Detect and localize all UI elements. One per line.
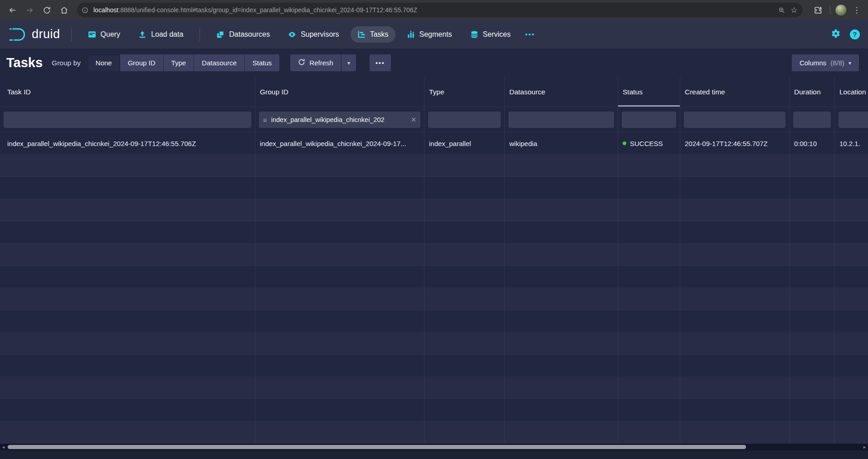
navbar-right: ? bbox=[831, 29, 860, 40]
table-cell-empty bbox=[680, 332, 790, 354]
table-cell-empty bbox=[618, 399, 680, 421]
horizontal-scrollbar[interactable]: ◂ ▸ bbox=[0, 444, 868, 450]
table-row-empty bbox=[0, 221, 868, 244]
table-cell-empty bbox=[505, 399, 618, 421]
druid-console-window: localhost:8888/unified-console.html#task… bbox=[0, 0, 868, 459]
filter-clear-icon[interactable]: ✕ bbox=[411, 116, 416, 123]
browser-back-button[interactable] bbox=[5, 2, 20, 18]
table-row-empty bbox=[0, 199, 868, 221]
gantt-icon bbox=[357, 30, 366, 39]
zoom-icon[interactable] bbox=[775, 4, 787, 16]
table-cell-empty bbox=[835, 377, 868, 399]
nav-item-segments[interactable]: Segments bbox=[400, 26, 459, 43]
filter-input-duration[interactable] bbox=[793, 112, 831, 128]
browser-home-button[interactable] bbox=[56, 2, 72, 18]
table-header-row: Task ID Group ID Type Datasource Status … bbox=[0, 77, 868, 107]
group-by-label: Group by bbox=[52, 59, 81, 67]
column-header-created-time[interactable]: Created time bbox=[680, 77, 790, 107]
table-cell-empty bbox=[790, 421, 835, 443]
column-header-datasource[interactable]: Datasource bbox=[505, 77, 618, 107]
columns-picker-button[interactable]: Columns (8/8) ▾ bbox=[792, 54, 859, 71]
refresh-split-button: Refresh ▾ bbox=[290, 54, 356, 71]
table-cell-empty bbox=[790, 221, 835, 243]
table-cell-empty bbox=[835, 288, 868, 310]
column-header-location[interactable]: Location bbox=[835, 77, 868, 107]
table-row-empty bbox=[0, 355, 868, 377]
group-by-type-button[interactable]: Type bbox=[164, 54, 194, 71]
column-header-task-id[interactable]: Task ID bbox=[0, 77, 255, 107]
refresh-interval-caret-button[interactable]: ▾ bbox=[341, 54, 356, 71]
filter-input-group-id[interactable]: ≡ index_parallel_wikipedia_chicnkei_202 … bbox=[259, 112, 420, 128]
nav-item-services[interactable]: Services bbox=[463, 26, 517, 43]
filter-input-status[interactable] bbox=[622, 112, 676, 128]
filter-input-location[interactable] bbox=[839, 112, 868, 128]
table-cell-empty bbox=[505, 288, 618, 310]
nav-item-label: Load data bbox=[151, 30, 183, 39]
table-cell-empty bbox=[424, 421, 505, 443]
cell-group-id[interactable]: index_parallel_wikipedia_chicnkei_2024-0… bbox=[255, 132, 424, 154]
table-row-empty bbox=[0, 266, 868, 288]
cell-datasource[interactable]: wikipedia bbox=[505, 132, 618, 154]
cell-duration[interactable]: 0:00:10 bbox=[790, 132, 835, 154]
filter-input-task-id[interactable] bbox=[4, 112, 251, 128]
nav-item-label: Supervisors bbox=[301, 30, 339, 39]
group-by-none-button[interactable]: None bbox=[88, 54, 120, 71]
table-cell-empty bbox=[835, 332, 868, 354]
table-cell-empty bbox=[424, 355, 505, 376]
table-cell-empty bbox=[680, 355, 790, 376]
table-row-empty bbox=[0, 399, 868, 421]
cell-task-id[interactable]: index_parallel_wikipedia_chicnkei_2024-0… bbox=[0, 132, 255, 154]
group-by-datasource-button[interactable]: Datasource bbox=[194, 54, 244, 71]
browser-forward-button[interactable] bbox=[22, 2, 37, 18]
column-header-duration[interactable]: Duration bbox=[790, 77, 835, 107]
task-row[interactable]: index_parallel_wikipedia_chicnkei_2024-0… bbox=[0, 132, 868, 155]
cell-location[interactable]: 10.2.1. bbox=[835, 132, 868, 154]
table-cell-empty bbox=[680, 399, 790, 421]
scroll-right-arrow-icon[interactable]: ▸ bbox=[861, 444, 868, 450]
browser-reload-button[interactable] bbox=[39, 2, 54, 18]
table-cell-empty bbox=[0, 332, 255, 354]
nav-item-supervisors[interactable]: Supervisors bbox=[281, 26, 346, 43]
table-cell-empty bbox=[835, 355, 868, 376]
filter-input-created-time[interactable] bbox=[684, 112, 785, 128]
bookmark-star-icon[interactable]: ☆ bbox=[788, 4, 800, 16]
nav-more-button[interactable]: ••• bbox=[520, 27, 541, 42]
toolbar-more-button[interactable]: ••• bbox=[370, 54, 391, 71]
table-row-empty bbox=[0, 155, 868, 177]
nav-item-tasks[interactable]: Tasks bbox=[351, 26, 395, 43]
table-cell-empty bbox=[790, 332, 835, 354]
cell-type[interactable]: index_parallel bbox=[424, 132, 505, 154]
scroll-left-arrow-icon[interactable]: ◂ bbox=[0, 444, 7, 450]
refresh-button[interactable]: Refresh bbox=[290, 54, 341, 71]
filter-input-datasource[interactable] bbox=[508, 112, 614, 128]
nav-item-label: Services bbox=[483, 30, 511, 39]
site-info-icon[interactable] bbox=[79, 4, 91, 16]
extensions-icon[interactable] bbox=[810, 2, 825, 18]
nav-item-datasources[interactable]: Datasources bbox=[210, 26, 277, 43]
profile-avatar[interactable] bbox=[835, 4, 847, 16]
table-cell-empty bbox=[680, 288, 790, 310]
url-host: localhost bbox=[93, 6, 118, 14]
table-cell-empty bbox=[255, 155, 424, 176]
help-icon[interactable]: ? bbox=[850, 29, 860, 39]
filter-input-type[interactable] bbox=[428, 112, 501, 128]
table-cell-empty bbox=[790, 266, 835, 288]
cell-status[interactable]: SUCCESS bbox=[618, 132, 680, 154]
table-cell-empty bbox=[835, 221, 868, 243]
nav-item-load-data[interactable]: Load data bbox=[132, 26, 190, 43]
group-by-group-id-button[interactable]: Group ID bbox=[120, 54, 163, 71]
group-by-status-button[interactable]: Status bbox=[245, 54, 280, 71]
druid-brand[interactable]: druid bbox=[8, 27, 60, 42]
table-cell-empty bbox=[505, 155, 618, 176]
address-bar[interactable]: localhost:8888/unified-console.html#task… bbox=[77, 3, 803, 17]
nav-item-query[interactable]: Query bbox=[81, 26, 127, 43]
settings-gear-icon[interactable] bbox=[831, 29, 841, 40]
cell-created-time[interactable]: 2024-09-17T12:46:55.707Z bbox=[680, 132, 790, 154]
column-header-status[interactable]: Status bbox=[618, 77, 680, 107]
column-header-group-id[interactable]: Group ID bbox=[255, 77, 424, 107]
table-cell-empty bbox=[618, 421, 680, 443]
column-header-type[interactable]: Type bbox=[424, 77, 505, 107]
browser-menu-icon[interactable]: ⋮ bbox=[850, 5, 863, 15]
scrollbar-thumb[interactable] bbox=[8, 445, 746, 449]
divider bbox=[71, 28, 72, 41]
